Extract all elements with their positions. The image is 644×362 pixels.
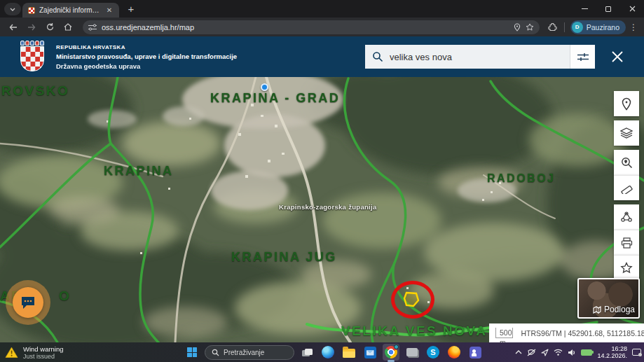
site-info-icon[interactable] <box>88 24 97 31</box>
magnifier-pin-icon <box>621 157 633 169</box>
location-permission-icon[interactable] <box>514 23 521 32</box>
extensions-icon[interactable] <box>548 22 557 32</box>
selected-parcel-outline <box>402 291 420 308</box>
notification-center-icon[interactable] <box>632 349 641 356</box>
file-explorer-button[interactable] <box>341 344 357 361</box>
maximize-button[interactable] <box>596 0 620 18</box>
agency-title: Državna geodetska uprava <box>56 62 237 70</box>
back-button[interactable] <box>6 20 21 35</box>
forward-button[interactable] <box>24 20 39 35</box>
coordinate-bar: 500 m HTRS96/TM | 452901.68, 5112185.18 <box>489 323 644 342</box>
croatia-coat-of-arms <box>18 41 46 73</box>
scale-bar: 500 m <box>495 328 513 338</box>
new-tab-button[interactable]: + <box>123 2 139 18</box>
volume-icon[interactable] <box>568 349 576 356</box>
minimize-button[interactable] <box>573 0 596 18</box>
crs-coordinates: HTRS96/TM | 452901.68, 5112185.18 <box>521 329 644 337</box>
weather-alert-icon <box>5 347 18 358</box>
url-bar[interactable]: oss.uredjenazemlja.hr/map <box>83 20 540 34</box>
tab-search-button[interactable] <box>4 3 21 15</box>
layers-button[interactable] <box>614 120 639 146</box>
clock[interactable]: 16:28 14.2.2026. <box>597 345 627 359</box>
map-pin-icon <box>621 97 632 111</box>
windows-logo-icon <box>187 347 197 357</box>
tray-expand-icon[interactable] <box>515 350 522 354</box>
edge-app-button[interactable] <box>320 344 336 361</box>
print-button[interactable] <box>614 230 639 255</box>
tray-time: 16:28 <box>597 345 627 352</box>
firefox-icon <box>448 346 460 358</box>
home-button[interactable] <box>60 20 76 35</box>
app-header: REPUBLIKA HRVATSKA Ministarstvo pravosuđ… <box>0 36 644 77</box>
close-icon <box>629 6 636 12</box>
search-icon <box>212 349 219 356</box>
edge-icon <box>322 346 334 358</box>
task-view-button[interactable] <box>299 344 315 361</box>
wifi-icon[interactable] <box>554 349 563 356</box>
ministry-title: Ministarstvo pravosuđa, uprave i digital… <box>56 53 237 60</box>
place-label: VELIKA VES NOVA <box>341 323 488 339</box>
browser-menu-icon[interactable]: ⋮ <box>629 22 638 32</box>
forward-icon <box>27 24 36 31</box>
weather-subtitle: Just issued <box>23 353 64 360</box>
chat-fab-halo <box>6 280 50 325</box>
search-input[interactable] <box>390 52 563 62</box>
chevron-down-icon <box>10 8 15 11</box>
search-filter-button[interactable] <box>570 45 595 69</box>
close-icon <box>610 50 624 64</box>
skype-app-button[interactable]: S <box>425 344 441 361</box>
home-icon <box>64 23 72 31</box>
task-view-icon <box>302 349 313 356</box>
taskbar-search[interactable]: Pretraživanje <box>205 345 294 360</box>
avatar: D <box>572 22 583 33</box>
weather-widget[interactable]: Wind warning Just issued <box>5 344 64 361</box>
reload-button[interactable] <box>42 20 57 35</box>
back-icon <box>9 24 18 31</box>
site-favicon <box>28 7 35 14</box>
battery-icon[interactable] <box>581 349 592 356</box>
start-button[interactable] <box>184 344 200 361</box>
place-label: ROVSKO <box>1 83 69 99</box>
chrome-profile-badge <box>394 344 399 349</box>
filter-sliders-icon <box>577 53 589 62</box>
bookmark-star-icon[interactable] <box>526 23 534 32</box>
tab-title: Zajednički informacijski sustav <box>39 6 101 14</box>
outlook-app-button[interactable] <box>362 344 378 361</box>
basemap-label: Podloga <box>604 305 635 314</box>
survey-3d-icon <box>620 211 633 223</box>
toolbar-divider <box>564 22 565 32</box>
measure-button[interactable] <box>614 175 639 200</box>
folder-icon <box>343 349 355 358</box>
location-arrow-icon[interactable] <box>541 349 549 356</box>
header-close-button[interactable] <box>610 50 624 64</box>
chat-button[interactable] <box>13 287 43 318</box>
close-window-button[interactable] <box>620 0 644 18</box>
printer-icon <box>621 237 633 249</box>
search-field-wrap[interactable] <box>365 45 570 69</box>
map-viewport[interactable]: ROVSKO KRAPINA - GRAD KRAPINA RADOBOJ KR… <box>0 77 644 342</box>
tray-date: 14.2.2026. <box>597 352 627 359</box>
tab-close-icon[interactable]: ✕ <box>105 6 114 15</box>
profile-status-label: Pauzirano <box>587 23 619 32</box>
ruler-icon <box>621 182 633 194</box>
windows-taskbar: Wind warning Just issued Pretraživanje S <box>0 342 644 362</box>
app-button-misc[interactable] <box>404 344 420 361</box>
marker-tool-button[interactable] <box>614 91 639 116</box>
favorites-button[interactable] <box>614 255 639 280</box>
chat-bubble-icon <box>20 295 36 309</box>
profile-chip[interactable]: D Pauzirano <box>570 20 626 34</box>
muted-device-icon[interactable] <box>527 349 536 356</box>
map-tools <box>614 91 639 280</box>
teams-app-button[interactable] <box>467 344 484 361</box>
browser-tab[interactable]: Zajednički informacijski sustav ✕ <box>22 3 119 18</box>
search-location-button[interactable] <box>614 150 639 175</box>
url-text[interactable]: oss.uredjenazemlja.hr/map <box>102 23 509 32</box>
weather-title: Wind warning <box>23 345 64 353</box>
place-label: KRAPINA <box>104 164 174 179</box>
firefox-app-button[interactable] <box>446 344 463 361</box>
chrome-app-button[interactable] <box>383 344 399 361</box>
survey-3d-button[interactable] <box>614 204 639 230</box>
basemap-switcher-button[interactable]: Podloga <box>577 278 640 319</box>
browser-toolbar: oss.uredjenazemlja.hr/map D Pauzirano ⋮ <box>0 18 644 36</box>
teams-icon <box>470 347 481 358</box>
